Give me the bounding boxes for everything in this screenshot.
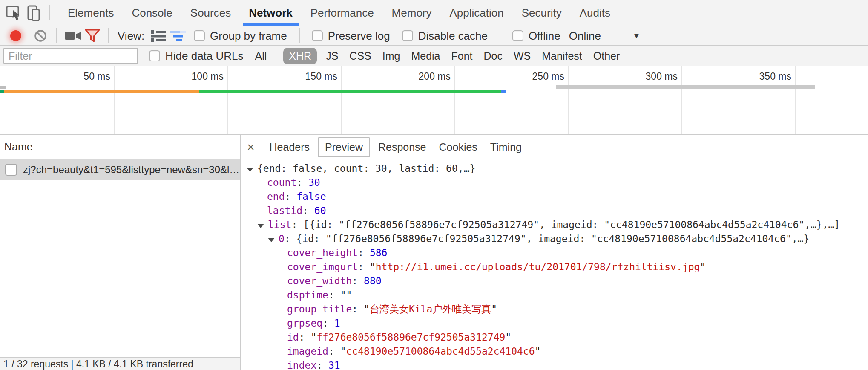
detail-tab-headers[interactable]: Headers — [270, 141, 310, 153]
disable-cache-checkbox[interactable] — [402, 30, 413, 41]
view-label: View: — [118, 29, 144, 43]
filter-type-js[interactable]: JS — [326, 50, 338, 62]
large-request-rows-icon[interactable] — [149, 26, 168, 46]
preview-tree-row[interactable]: id: "ff276e8056f58896e7cf92505a312749" — [241, 330, 868, 344]
tab-application[interactable]: Application — [449, 0, 505, 26]
show-overview-icon[interactable] — [168, 26, 188, 46]
offline-checkbox[interactable] — [512, 30, 523, 41]
plain-text: : — [358, 247, 370, 258]
filter-type-ws[interactable]: WS — [514, 50, 531, 62]
detail-tab-timing[interactable]: Timing — [490, 141, 522, 153]
capture-screenshots-icon[interactable] — [63, 26, 83, 46]
tab-network[interactable]: Network — [248, 0, 293, 26]
clear-icon[interactable] — [31, 26, 50, 46]
overview-tick-label: 200 ms — [387, 71, 451, 82]
offline-label: Offline — [529, 29, 560, 43]
request-detail-pane: × HeadersPreviewResponseCookiesTiming {e… — [241, 135, 868, 370]
preview-tree-row[interactable]: cover_width: 880 — [241, 274, 868, 288]
device-toolbar-icon[interactable] — [24, 3, 43, 23]
network-toolbar: View: Group by frame Pres — [0, 26, 868, 46]
chevron-down-icon: ▼ — [632, 31, 641, 40]
preview-tree-row[interactable]: cover_imgurl: "http://i1.umei.cc/uploads… — [241, 260, 868, 274]
overview-tick-label: 350 ms — [727, 71, 791, 82]
overview-gridline — [454, 66, 455, 134]
preserve-log-checkbox[interactable] — [312, 30, 323, 41]
preview-tree-row[interactable]: dsptime: "" — [241, 288, 868, 302]
disable-cache-label: Disable cache — [418, 29, 488, 43]
disclosure-triangle-icon[interactable] — [247, 168, 253, 172]
preview-tree-row[interactable]: grpseq: 1 — [241, 316, 868, 330]
tab-memory[interactable]: Memory — [391, 0, 433, 26]
group-by-frame-label: Group by frame — [210, 29, 287, 43]
tab-security[interactable]: Security — [521, 0, 563, 26]
preview-tree-row[interactable]: list: [{id: "ff276e8056f58896e7cf92505a3… — [241, 218, 868, 232]
string-quote: " — [700, 261, 706, 272]
filter-type-manifest[interactable]: Manifest — [542, 50, 582, 62]
filter-type-media[interactable]: Media — [411, 50, 440, 62]
close-icon[interactable]: × — [247, 141, 255, 153]
table-row[interactable]: zj?ch=beauty&t1=595&listtype=new&sn=30&l… — [0, 159, 240, 180]
string-quote: " — [340, 289, 346, 301]
status-text: 1 / 32 requests | 4.1 KB / 4.1 KB transf… — [3, 358, 193, 370]
record-network-log-icon[interactable] — [10, 30, 21, 41]
preview-tree-row[interactable]: group_title: "台湾美女Kila户外唯美写真" — [241, 302, 868, 316]
preview-tree-row[interactable]: index: 31 — [241, 358, 868, 370]
property-key: index — [287, 360, 316, 370]
tab-sources[interactable]: Sources — [190, 0, 232, 26]
number-value: 31 — [328, 360, 340, 370]
filter-type-doc[interactable]: Doc — [484, 50, 503, 62]
filter-type-other[interactable]: Other — [593, 50, 620, 62]
request-row-checkbox[interactable] — [5, 164, 17, 176]
overview-tick-label: 50 ms — [46, 71, 110, 82]
filter-input[interactable] — [3, 48, 138, 64]
toolbar-divider — [49, 5, 50, 20]
preview-tree-row[interactable]: cover_height: 586 — [241, 246, 868, 260]
plain-text: : — [285, 233, 296, 244]
filter-divider — [276, 48, 276, 64]
preview-tree-row[interactable]: lastid: 60 — [241, 204, 868, 218]
disclosure-triangle-icon[interactable] — [268, 238, 275, 242]
disclosure-triangle-icon[interactable] — [257, 224, 264, 228]
property-key: lastid — [267, 205, 302, 216]
detail-tab-preview[interactable]: Preview — [318, 137, 370, 157]
preview-tree-row[interactable]: end: false — [241, 190, 868, 204]
property-key: list — [268, 219, 291, 230]
request-bar-start — [0, 90, 4, 92]
hide-data-urls-checkbox[interactable] — [149, 50, 160, 61]
throttling-select[interactable]: Online ▼ — [569, 29, 641, 43]
network-overview[interactable]: 50 ms100 ms150 ms200 ms250 ms300 ms350 m… — [0, 66, 868, 135]
tab-audits[interactable]: Audits — [579, 0, 611, 26]
toolbar-divider — [108, 28, 109, 43]
string-quote: " — [364, 304, 370, 315]
inspect-element-icon[interactable] — [4, 3, 24, 23]
request-bar-receiving — [199, 90, 501, 92]
filter-type-font[interactable]: Font — [451, 50, 473, 62]
filter-type-img[interactable]: Img — [382, 50, 400, 62]
tab-elements[interactable]: Elements — [67, 0, 115, 26]
detail-tab-response[interactable]: Response — [378, 141, 426, 153]
preview-tree-row[interactable]: imageid: "cc48190e57100864abc4d55a2c4104… — [241, 344, 868, 358]
devtools-window: ElementsConsoleSourcesNetworkPerformance… — [0, 0, 868, 370]
string-value: 台湾美女Kila户外唯美写真 — [370, 304, 491, 315]
detail-tabs: HeadersPreviewResponseCookiesTiming — [263, 137, 528, 157]
filter-icon[interactable] — [83, 26, 102, 46]
filter-type-css[interactable]: CSS — [349, 50, 371, 62]
property-key: count — [267, 177, 296, 188]
preview-tree-row[interactable]: 0: {id: "ff276e8056f58896e7cf92505a31274… — [241, 232, 868, 246]
preview-tree-row[interactable]: count: 30 — [241, 176, 868, 190]
filter-type-all[interactable]: All — [255, 50, 267, 62]
detail-tab-cookies[interactable]: Cookies — [439, 141, 477, 153]
tab-performance[interactable]: Performance — [310, 0, 375, 26]
filter-type-xhr[interactable]: XHR — [283, 48, 317, 64]
overview-tick-label: 150 ms — [273, 71, 337, 82]
property-key: grpseq — [287, 318, 322, 329]
group-by-frame-checkbox[interactable] — [194, 30, 205, 41]
property-key: dsptime — [287, 289, 328, 301]
tab-console[interactable]: Console — [131, 0, 173, 26]
name-header-label: Name — [4, 141, 33, 153]
throttling-value: Online — [569, 29, 601, 43]
preview-tree: {end: false, count: 30, lastid: 60,…}cou… — [241, 159, 868, 370]
preview-tree-row[interactable]: {end: false, count: 30, lastid: 60,…} — [241, 162, 868, 176]
property-key: cover_imgurl — [287, 261, 358, 272]
name-column-header[interactable]: Name — [0, 135, 240, 159]
